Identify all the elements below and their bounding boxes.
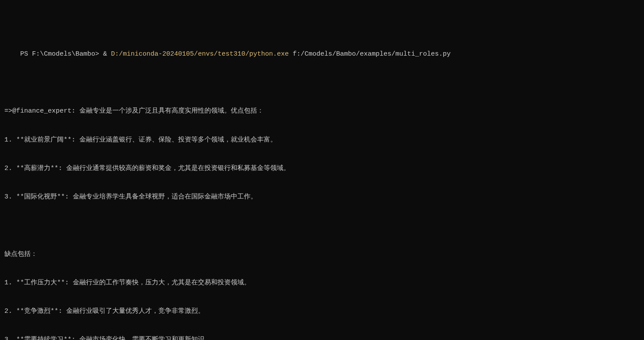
finance-pro-2: 2. **高薪潜力**: 金融行业通常提供较高的薪资和奖金，尤其是在投资银行和私… xyxy=(4,164,640,174)
finance-con-1: 1. **工作压力大**: 金融行业的工作节奏快，压力大，尤其是在交易和投资领域… xyxy=(4,278,640,288)
space xyxy=(289,50,293,58)
prompt-gt: > xyxy=(95,50,103,58)
prompt-ps: PS xyxy=(20,50,32,58)
python-exe-path: D:/miniconda-20240105/envs/test310/pytho… xyxy=(111,50,289,58)
finance-pro-1: 1. **就业前景广阔**: 金融行业涵盖银行、证券、保险、投资等多个领域，就业… xyxy=(4,135,640,145)
terminal-viewport[interactable]: PS F:\Cmodels\Bambo> & D:/miniconda-2024… xyxy=(0,0,644,340)
finance-con-3: 3. **需要持续学习**: 金融市场变化快，需要不断学习和更新知识。 xyxy=(4,335,640,340)
blank-line xyxy=(4,221,640,230)
finance-expert-head: =>@finance_expert: 金融专业是一个涉及广泛且具有高度实用性的领… xyxy=(4,106,640,116)
finance-cons-head: 缺点包括： xyxy=(4,250,640,259)
script-path: f:/Cmodels/Bambo/examples/multi_roles.py xyxy=(293,50,451,58)
call-operator: & xyxy=(103,50,111,58)
prompt-cwd: F:\Cmodels\Bambo xyxy=(32,50,95,58)
finance-pro-3: 3. **国际化视野**: 金融专业培养学生具备全球视野，适合在国际金融市场中工… xyxy=(4,192,640,202)
finance-con-2: 2. **竞争激烈**: 金融行业吸引了大量优秀人才，竞争非常激烈。 xyxy=(4,307,640,316)
command-line: PS F:\Cmodels\Bambo> & D:/miniconda-2024… xyxy=(4,40,640,68)
